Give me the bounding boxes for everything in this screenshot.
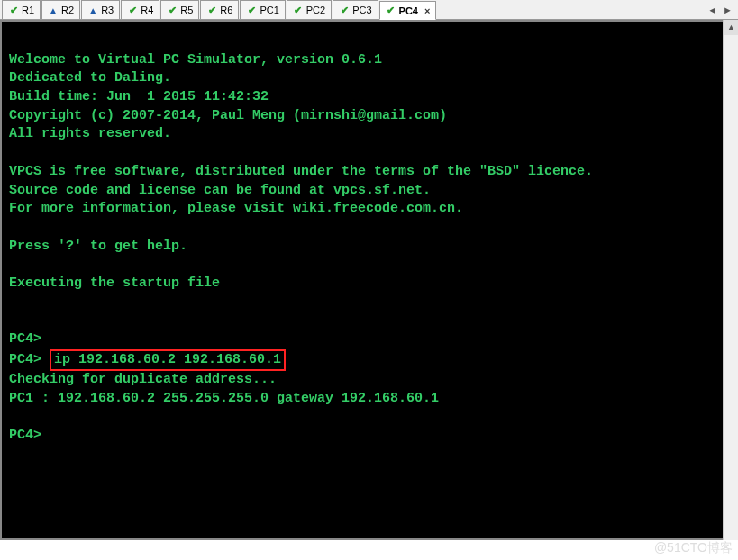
tab-r6[interactable]: R6: [200, 0, 239, 19]
tab-label: R3: [101, 5, 114, 15]
tab-nav: ◄►: [707, 0, 738, 19]
highlighted-command: ip 192.168.60.2 192.168.60.1: [50, 349, 286, 372]
terminal-line: [9, 294, 729, 312]
terminal-line: [9, 32, 729, 51]
terminal-line: PC4>: [9, 330, 729, 349]
check-icon: [386, 5, 396, 16]
check-icon: [293, 5, 304, 15]
terminal-line: Checking for duplicate address...: [9, 371, 729, 390]
check-icon: [339, 5, 350, 15]
terminal-line: PC4>: [9, 427, 729, 446]
terminal-line: [9, 256, 729, 275]
tab-label: R4: [141, 5, 153, 15]
terminal-line: Dedicated to Daling.: [9, 69, 729, 88]
tab-label: R1: [22, 5, 34, 15]
terminal-line: Source code and license can be found at …: [9, 182, 729, 201]
tab-pc4[interactable]: PC4×: [379, 1, 437, 20]
check-icon: [167, 5, 178, 15]
tab-pc1[interactable]: PC1: [240, 0, 285, 19]
close-icon[interactable]: ×: [424, 5, 430, 16]
check-icon: [8, 5, 19, 15]
terminal-line: VPCS is free software, distributed under…: [9, 163, 729, 182]
tab-r3[interactable]: R3: [81, 0, 120, 19]
watermark: @51CTO博客: [654, 540, 733, 556]
terminal-line: [9, 312, 729, 330]
terminal-line: All rights reserved.: [9, 125, 729, 144]
terminal-line: Welcome to Virtual PC Simulator, version…: [9, 51, 729, 70]
terminal-line: [9, 219, 729, 238]
tab-pc3[interactable]: PC3: [333, 0, 378, 19]
terminal-line: Build time: Jun 1 2015 11:42:32: [9, 88, 729, 107]
tab-r4[interactable]: R4: [121, 0, 159, 19]
tab-r1[interactable]: R1: [2, 0, 41, 19]
tab-label: PC1: [260, 5, 278, 15]
tab-r2[interactable]: R2: [41, 0, 80, 19]
terminal-line: Copyright (c) 2007-2014, Paul Meng (mirn…: [9, 107, 729, 126]
warning-icon: [87, 5, 98, 15]
check-icon: [206, 5, 217, 15]
terminal-command-line: PC4> ip 192.168.60.2 192.168.60.1: [9, 349, 729, 372]
prompt: PC4>: [9, 352, 50, 367]
check-icon: [127, 5, 138, 15]
tab-r5[interactable]: R5: [160, 0, 199, 19]
prev-tab-icon[interactable]: ◄: [707, 5, 717, 15]
terminal-line: [9, 409, 729, 428]
scrollbar[interactable]: ▲: [723, 20, 738, 540]
tab-bar: R1R2R3R4R5R6PC1PC2PC3PC4×◄►: [0, 0, 738, 20]
terminal-line: PC1 : 192.168.60.2 255.255.255.0 gateway…: [9, 390, 729, 409]
terminal-line: Executing the startup file: [9, 275, 729, 294]
terminal-line: [9, 144, 729, 163]
tab-pc2[interactable]: PC2: [287, 0, 332, 19]
next-tab-icon[interactable]: ►: [723, 5, 733, 15]
tab-label: PC2: [306, 5, 325, 15]
tab-label: R2: [61, 5, 74, 15]
warning-icon: [48, 5, 59, 15]
terminal-line: Press '?' to get help.: [9, 238, 729, 257]
tab-label: R5: [180, 5, 193, 15]
terminal-line: For more information, please visit wiki.…: [9, 200, 729, 219]
tab-label: PC3: [352, 5, 371, 15]
terminal-output[interactable]: Welcome to Virtual PC Simulator, version…: [0, 20, 738, 540]
scroll-up-icon[interactable]: ▲: [724, 20, 738, 35]
tab-label: PC4: [399, 5, 418, 16]
tab-label: R6: [220, 5, 232, 15]
check-icon: [246, 5, 257, 15]
